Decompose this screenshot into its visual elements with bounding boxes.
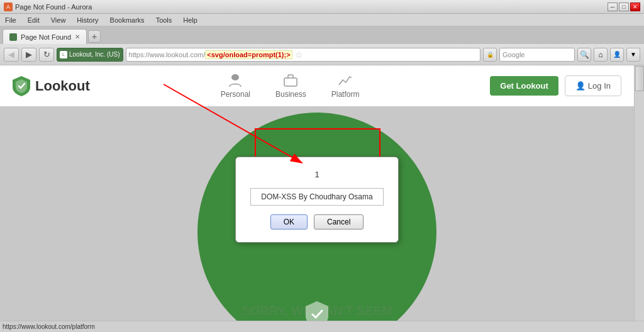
- nav-platform[interactable]: Platform: [331, 74, 360, 99]
- tab-bar: Page Not Found ✕ +: [0, 26, 644, 44]
- site-name: Lookout, Inc. (US): [69, 51, 120, 58]
- svg-rect-1: [284, 78, 297, 86]
- scrollbar[interactable]: [634, 65, 644, 321]
- active-tab[interactable]: Page Not Found ✕: [3, 29, 87, 44]
- briefcase-icon: [284, 74, 297, 87]
- dialog-message: DOM-XSS By Choudhary Osama: [250, 188, 383, 206]
- scroll-thumb[interactable]: [635, 66, 644, 91]
- lookout-nav: Personal Business: [221, 74, 360, 99]
- minimize-button[interactable]: ─: [608, 3, 618, 11]
- url-base: https://www.lookout.com/: [129, 51, 206, 58]
- login-button[interactable]: 👤 Log In: [565, 75, 621, 96]
- menu-tools[interactable]: Tools: [153, 16, 175, 25]
- reload-button[interactable]: ↻: [39, 48, 54, 62]
- dialog-ok-button[interactable]: OK: [270, 214, 308, 230]
- nav-personal-label: Personal: [221, 90, 250, 99]
- window-controls: ─ □ ✕: [608, 3, 640, 11]
- menu-bookmarks[interactable]: Bookmarks: [108, 16, 147, 25]
- dialog-box: 1 DOM-XSS By Choudhary Osama OK Cancel: [235, 157, 399, 243]
- new-tab-button[interactable]: +: [88, 30, 101, 43]
- nav-business[interactable]: Business: [275, 74, 306, 99]
- dialog-overlay: 1 DOM-XSS By Choudhary Osama OK Cancel: [0, 106, 634, 321]
- browser-window: A Page Not Found - Aurora ─ □ ✕ File Edi…: [0, 0, 644, 332]
- logo-text: Lookout: [35, 78, 90, 94]
- forward-button[interactable]: ▶: [21, 48, 36, 62]
- status-bar: https://www.lookout.com/platform: [0, 321, 644, 332]
- menu-help[interactable]: Help: [180, 16, 200, 25]
- search-engine-label: Google: [502, 51, 525, 58]
- chart-icon: [338, 74, 352, 87]
- nav-personal[interactable]: Personal: [221, 74, 250, 99]
- url-xss-payload: <svg/onload=prompt(1);>: [205, 50, 292, 59]
- person-icon: [228, 74, 242, 87]
- tab-favicon: [9, 33, 17, 41]
- back-button[interactable]: ◀: [4, 48, 19, 62]
- search-section: 🔒 Google 🔍 ⌂ 👤 ▼: [483, 48, 640, 62]
- login-label: Log In: [588, 81, 611, 91]
- dialog-buttons: OK Cancel: [270, 214, 364, 230]
- menu-view[interactable]: View: [48, 16, 69, 25]
- bookmark-star-icon[interactable]: ☆: [295, 50, 303, 60]
- menu-bar: File Edit View History Bookmarks Tools H…: [0, 14, 644, 26]
- title-bar-left: A Page Not Found - Aurora: [4, 3, 92, 11]
- title-bar: A Page Not Found - Aurora ─ □ ✕: [0, 0, 644, 14]
- dialog-cancel-button[interactable]: Cancel: [314, 214, 364, 230]
- menu-edit[interactable]: Edit: [25, 16, 42, 25]
- tab-label: Page Not Found: [21, 33, 71, 41]
- menu-history[interactable]: History: [74, 16, 101, 25]
- url-bar[interactable]: https://www.lookout.com/ <svg/onload=pro…: [126, 48, 480, 62]
- search-input[interactable]: Google: [499, 48, 575, 62]
- dialog-number: 1: [314, 170, 319, 179]
- tab-close-button[interactable]: ✕: [75, 33, 80, 40]
- nav-platform-label: Platform: [331, 90, 360, 99]
- profile-button[interactable]: 👤: [610, 48, 624, 62]
- site-favicon: L: [60, 51, 67, 58]
- svg-rect-0: [231, 74, 239, 80]
- lookout-action-buttons: Get Lookout 👤 Log In: [490, 75, 621, 96]
- page-content: Lookout Personal: [0, 65, 644, 321]
- window-title: Page Not Found - Aurora: [15, 3, 92, 11]
- lookout-header: Lookout Personal: [0, 65, 634, 106]
- search-button[interactable]: 🔍: [577, 48, 591, 62]
- status-url: https://www.lookout.com/platform: [3, 323, 95, 330]
- get-lookout-button[interactable]: Get Lookout: [490, 76, 558, 96]
- menu-file[interactable]: File: [3, 16, 19, 25]
- browser-icon: A: [4, 3, 13, 11]
- lookout-logo: Lookout: [13, 76, 90, 96]
- user-icon: 👤: [575, 81, 586, 91]
- close-button[interactable]: ✕: [630, 3, 640, 11]
- flag-dropdown[interactable]: 🔒: [483, 48, 497, 62]
- home-button[interactable]: ⌂: [594, 48, 608, 62]
- logo-shield-icon: [13, 76, 30, 96]
- more-button[interactable]: ▼: [626, 48, 640, 62]
- nav-bar: ◀ ▶ ↻ L Lookout, Inc. (US) https://www.l…: [0, 44, 644, 65]
- favicon-badge[interactable]: L Lookout, Inc. (US): [57, 48, 123, 62]
- nav-business-label: Business: [275, 90, 306, 99]
- maximize-button[interactable]: □: [619, 3, 629, 11]
